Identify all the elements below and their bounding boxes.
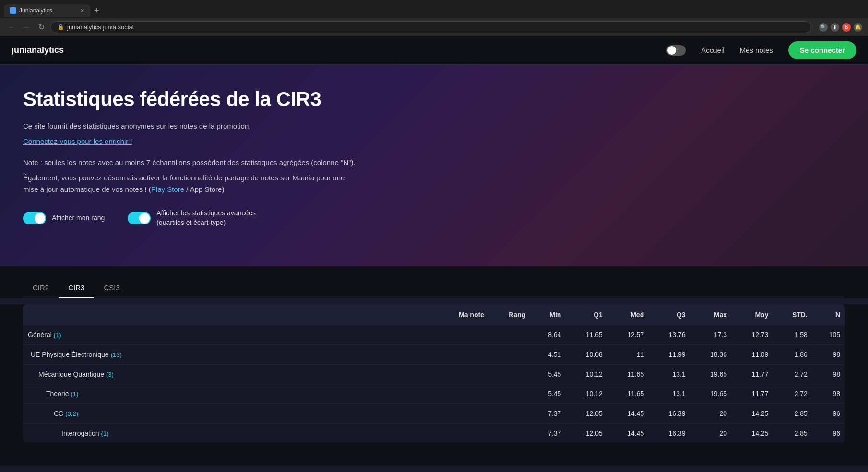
row-moy: 14.25: [732, 404, 773, 424]
row-med: 14.45: [607, 424, 649, 443]
row-ma-note: [434, 384, 489, 404]
table-row: CC (0.2)7.3712.0514.4516.392014.252.8596: [23, 404, 845, 424]
row-moy: 14.25: [732, 424, 773, 443]
ext-share[interactable]: ⬆: [831, 23, 839, 32]
row-med: 11.65: [607, 365, 649, 384]
hero-section: Statistiques fédérées de la CIR3 Ce site…: [0, 65, 868, 266]
note-line2: Également, vous pouvez désormais activer…: [23, 172, 359, 195]
tab-bar: Junianalytics ✕ +: [0, 0, 868, 18]
row-min: 4.51: [530, 345, 566, 365]
toggle-rang[interactable]: [23, 212, 46, 224]
nav-links: Accueil Mes notes: [701, 46, 773, 54]
table-row: Mécanique Quantique (3)5.4510.1211.6513.…: [23, 365, 845, 384]
col-q3: Q3: [649, 304, 690, 325]
row-min: 5.45: [530, 384, 566, 404]
reload-button[interactable]: ↻: [36, 22, 47, 33]
close-tab-button[interactable]: ✕: [80, 8, 84, 14]
row-med: 14.45: [607, 404, 649, 424]
note-line1: Note : seules les notes avec au moins 7 …: [23, 157, 359, 168]
row-q3: 13.1: [649, 384, 690, 404]
ext-bell[interactable]: 🔔: [854, 23, 862, 32]
row-n: 96: [812, 404, 845, 424]
lock-icon: 🔒: [58, 24, 64, 30]
row-std: 2.72: [773, 384, 812, 404]
toggle-stats[interactable]: [128, 212, 151, 224]
row-med: 12.57: [607, 325, 649, 345]
subject-coeff: (1): [71, 390, 78, 398]
table-row: Theorie (1)5.4510.1211.6513.119.6511.772…: [23, 384, 845, 404]
row-ma-note: [434, 365, 489, 384]
row-rang: [489, 424, 530, 443]
row-n: 98: [812, 384, 845, 404]
extensions-area: 🔍 ⬆ B 🔔: [819, 23, 862, 32]
col-ma-note[interactable]: Ma note: [434, 304, 489, 325]
row-rang: [489, 384, 530, 404]
col-max: Max: [690, 304, 732, 325]
row-ma-note: [434, 424, 489, 443]
row-q1: 10.12: [566, 365, 607, 384]
browser-tab[interactable]: Junianalytics ✕: [4, 4, 90, 17]
browser-controls: ← → ↻ 🔒 junianalytics.junia.social 🔍 ⬆ B…: [0, 18, 868, 36]
col-min: Min: [530, 304, 566, 325]
subject-coeff: (0.2): [65, 410, 78, 417]
row-subject: CC (0.2): [23, 404, 434, 424]
row-n: 105: [812, 325, 845, 345]
page-title: Statistiques fédérées de la CIR3: [23, 88, 845, 111]
forward-button[interactable]: →: [21, 22, 33, 33]
nav-accueil[interactable]: Accueil: [701, 46, 724, 54]
favicon-icon: [10, 7, 16, 14]
row-subject: Mécanique Quantique (3): [23, 365, 434, 384]
address-bar[interactable]: 🔒 junianalytics.junia.social: [50, 21, 811, 33]
row-moy: 11.77: [732, 365, 773, 384]
subject-coeff: (1): [101, 430, 109, 437]
row-std: 2.85: [773, 424, 812, 443]
table-row: UE Physique Électronique (13)4.5110.0811…: [23, 345, 845, 365]
theme-toggle[interactable]: [666, 45, 686, 56]
row-min: 5.45: [530, 365, 566, 384]
tab-title: Junianalytics: [19, 7, 52, 14]
browser-chrome: Junianalytics ✕ + ← → ↻ 🔒 junianalytics.…: [0, 0, 868, 36]
subject-name: Interrogation: [61, 429, 99, 437]
row-max: 19.65: [690, 384, 732, 404]
row-moy: 12.73: [732, 325, 773, 345]
row-subject: Theorie (1): [23, 384, 434, 404]
subject-coeff: (3): [106, 371, 114, 378]
subject-name: UE Physique Électronique: [31, 351, 109, 358]
tab-csi3[interactable]: CSI3: [94, 278, 129, 298]
tab-cir3[interactable]: CIR3: [59, 278, 94, 298]
row-std: 1.86: [773, 345, 812, 365]
row-moy: 11.09: [732, 345, 773, 365]
col-q1: Q1: [566, 304, 607, 325]
col-subject: [23, 304, 434, 325]
app-store-text: App Store: [190, 185, 222, 193]
row-ma-note: [434, 345, 489, 365]
row-q3: 16.39: [649, 424, 690, 443]
table-row: Interrogation (1)7.3712.0514.4516.392014…: [23, 424, 845, 443]
row-max: 20: [690, 404, 732, 424]
grades-table: Ma note Rang Min Q1 Med Q3 Max Moy STD. …: [23, 304, 845, 443]
subject-coeff: (1): [54, 331, 61, 339]
col-n: N: [812, 304, 845, 325]
table-section: Ma note Rang Min Q1 Med Q3 Max Moy STD. …: [0, 304, 868, 466]
row-subject: UE Physique Électronique (13): [23, 345, 434, 365]
col-rang[interactable]: Rang: [489, 304, 530, 325]
enrich-link[interactable]: Connectez-vous pour les enrichir !: [23, 137, 132, 145]
note-box: Note : seules les notes avec au moins 7 …: [23, 157, 599, 195]
play-store-link[interactable]: Play Store: [151, 185, 184, 193]
tab-cir2[interactable]: CIR2: [23, 278, 59, 298]
row-q1: 12.05: [566, 424, 607, 443]
row-rang: [489, 345, 530, 365]
new-tab-button[interactable]: +: [90, 6, 103, 16]
row-min: 7.37: [530, 404, 566, 424]
ext-search[interactable]: 🔍: [819, 23, 828, 32]
back-button[interactable]: ←: [6, 22, 17, 33]
tabs-bar: CIR2 CIR3 CSI3: [23, 266, 845, 298]
row-rang: [489, 325, 530, 345]
row-n: 98: [812, 345, 845, 365]
connect-button[interactable]: Se connecter: [788, 41, 856, 59]
row-rang: [489, 404, 530, 424]
row-q3: 13.76: [649, 325, 690, 345]
nav-mes-notes[interactable]: Mes notes: [740, 46, 773, 54]
row-std: 2.85: [773, 404, 812, 424]
row-max: 18.36: [690, 345, 732, 365]
